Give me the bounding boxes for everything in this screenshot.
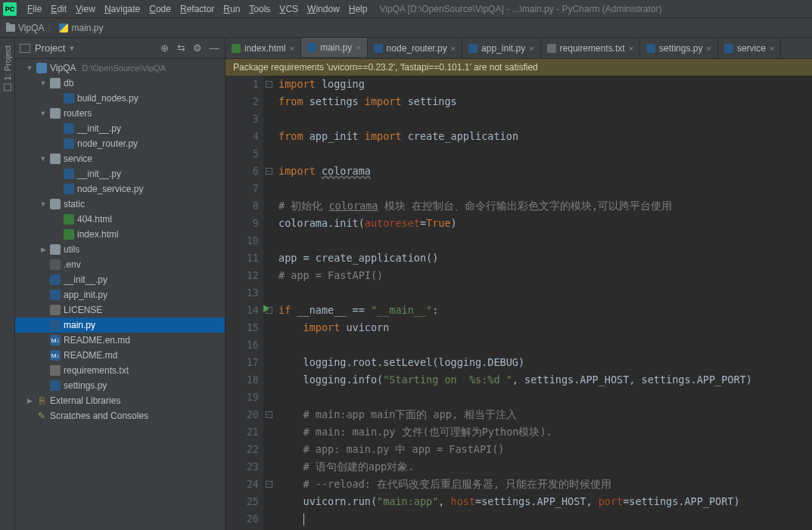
menu-help[interactable]: Help [344,2,372,16]
project-tool-button[interactable]: 1: Project [3,42,12,94]
tree-node-label: index.html [77,229,119,240]
py-icon [50,274,61,285]
tree-node-static[interactable]: ▼static [15,197,225,212]
tree-node-app_init-py[interactable]: app_init.py [15,287,225,302]
tree-node-main-py[interactable]: main.py [15,318,225,333]
editor-tab-service[interactable]: service× [718,38,781,58]
folder-icon [50,78,61,88]
expand-toggle-icon[interactable]: ▼ [39,200,47,208]
tree-node-404-html[interactable]: 404.html [15,212,225,227]
menu-edit[interactable]: Edit [46,2,71,16]
tree-node-db[interactable]: ▼db [15,76,225,91]
editor-tab-main-py[interactable]: main.py× [301,38,367,58]
project-tree[interactable]: ▼VipQAD:\OpenSource\VipQA▼dbbuild_nodes.… [15,59,225,530]
expand-toggle-icon[interactable]: ▼ [39,79,47,87]
close-icon[interactable]: × [529,44,534,53]
menu-code[interactable]: Code [145,2,176,16]
expand-toggle-icon[interactable]: ▶ [39,246,47,253]
tree-node-service[interactable]: ▼service [15,151,225,166]
project-panel-header: Project ▼ ⊕ ⇆ ⚙ — [15,38,225,59]
locate-icon[interactable]: ⊕ [158,42,170,54]
py-icon [468,44,478,53]
md-icon: M↓ [50,335,61,346]
tree-node-__init__-py[interactable]: __init__.py [15,166,225,181]
py-icon [64,169,74,179]
scratch-icon: ✎ [36,411,47,421]
code-editor[interactable]: 1234567891011121314151617181920212223242… [226,76,812,530]
expand-toggle-icon[interactable]: ▶ [26,397,33,404]
project-stripe-icon [4,83,11,91]
editor-tab-app_init-py[interactable]: app_init.py× [462,38,540,58]
menu-refactor[interactable]: Refactor [176,2,219,16]
tree-node-label: __init__.py [77,123,121,134]
source-code[interactable]: import loggingfrom settings import setti… [274,76,812,530]
fold-toggle-icon[interactable]: − [266,168,272,175]
requirements-warning-bar[interactable]: Package requirements 'uvicorn==0.23.2', … [226,59,812,76]
gear-icon[interactable]: ⚙ [191,42,204,54]
editor-tab-node_router-py[interactable]: node_router.py× [368,38,463,58]
expand-all-icon[interactable]: ⇆ [175,42,187,54]
tree-node-__init__-py[interactable]: __init__.py [15,272,225,287]
tree-node-label: VipQA [50,63,76,73]
tree-node-settings-py[interactable]: settings.py [15,378,225,393]
py-icon [50,290,61,300]
menu-navigate[interactable]: Navigate [100,2,145,16]
tree-node-__init__-py[interactable]: __init__.py [15,121,225,136]
tree-node-utils[interactable]: ▶utils [15,242,225,257]
tree-node-requirements-txt[interactable]: requirements.txt [15,363,225,378]
tree-node-build_nodes-py[interactable]: build_nodes.py [15,91,225,106]
fold-toggle-icon[interactable]: − [266,411,272,418]
fold-column[interactable]: −−−−− [263,76,274,530]
py-icon [64,123,74,134]
tree-node-node_router-py[interactable]: node_router.py [15,136,225,151]
menu-tools[interactable]: Tools [244,2,275,16]
breadcrumb-main-py[interactable]: main.py [59,23,103,33]
fold-toggle-icon[interactable]: − [266,481,272,488]
expand-toggle-icon[interactable]: ▼ [26,64,33,72]
tree-node-node_service-py[interactable]: node_service.py [15,181,225,197]
tree-node-label: External Libraries [50,395,120,406]
expand-toggle-icon[interactable]: ▼ [39,155,47,163]
tree-node-vipqa[interactable]: ▼VipQAD:\OpenSource\VipQA [15,60,225,76]
tree-node-readme-en-md[interactable]: M↓README.en.md [15,333,225,348]
tree-node-label: utils [64,244,79,255]
close-icon[interactable]: × [706,44,711,53]
project-panel-title[interactable]: Project ▼ [35,42,75,54]
menu-run[interactable]: Run [219,2,244,16]
menu-window[interactable]: Window [303,2,344,16]
tree-node-label: 404.html [77,214,112,225]
run-gutter-icon[interactable] [263,305,269,312]
lib-icon: ⎘ [36,395,47,406]
tree-node-readme-md[interactable]: M↓README.md [15,348,225,363]
tree-node--env[interactable]: .env [15,257,225,272]
tree-node-label: .env [64,259,81,270]
close-icon[interactable]: × [451,44,456,53]
editor-tab-requirements-txt[interactable]: requirements.txt× [541,38,640,58]
tree-node-index-html[interactable]: index.html [15,227,225,242]
close-icon[interactable]: × [629,44,633,53]
close-icon[interactable]: × [290,44,294,53]
editor-tab-settings-py[interactable]: settings.py× [640,38,718,58]
tree-node-routers[interactable]: ▼routers [15,106,225,121]
hide-icon[interactable]: — [208,42,220,54]
tree-node-external-libraries[interactable]: ▶⎘External Libraries [15,393,225,408]
py-icon [64,93,74,104]
menu-view[interactable]: View [71,2,100,16]
py-icon [50,320,61,330]
tree-node-label: Scratches and Consoles [50,411,148,421]
line-number-gutter[interactable]: 1234567891011121314151617181920212223242… [226,76,263,530]
close-icon[interactable]: × [770,44,774,53]
txt-icon [50,305,61,315]
tab-label: node_router.py [387,43,447,54]
expand-toggle-icon[interactable]: ▼ [39,110,47,117]
tree-node-license[interactable]: LICENSE [15,302,225,318]
menu-vcs[interactable]: VCS [275,2,303,16]
tree-node-scratches-and-consoles[interactable]: ✎Scratches and Consoles [15,408,225,423]
close-icon[interactable]: × [356,43,360,52]
breadcrumb-vipqa[interactable]: VipQA [6,23,44,33]
menu-file[interactable]: File [23,2,46,16]
html-icon [232,44,241,53]
fold-toggle-icon[interactable]: − [266,81,272,88]
txt-icon [50,365,61,376]
editor-tab-index-html[interactable]: index.html× [226,38,301,58]
